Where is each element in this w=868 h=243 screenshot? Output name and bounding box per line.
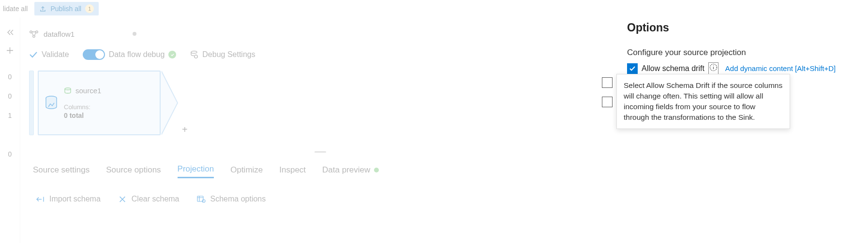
svg-point-6 xyxy=(65,88,71,90)
schema-toolbar: Import schema Clear schema Schema option… xyxy=(29,178,612,203)
sql-icon xyxy=(64,87,72,94)
add-icon[interactable] xyxy=(6,47,14,56)
debug-toggle-label: Data flow debug xyxy=(109,50,165,59)
tab-source-settings[interactable]: Source settings xyxy=(33,164,90,178)
upload-icon xyxy=(39,5,46,13)
tab-inspect[interactable]: Inspect xyxy=(279,164,306,178)
svg-point-0 xyxy=(30,31,32,33)
allow-schema-drift-label: Allow schema drift xyxy=(642,64,704,73)
debug-settings-button[interactable]: Debug Settings xyxy=(190,50,255,59)
publish-all-button[interactable]: Publish all 1 xyxy=(34,2,99,15)
tab-source-options[interactable]: Source options xyxy=(106,164,161,178)
rail-count-1: 0 xyxy=(8,67,12,86)
tab-projection[interactable]: Projection xyxy=(178,164,214,178)
schema-drift-tooltip: Select Allow Schema Drift if the source … xyxy=(616,74,790,129)
tab-optimize[interactable]: Optimize xyxy=(230,164,263,178)
validate-all-button[interactable]: lidate all xyxy=(0,3,30,14)
dirty-indicator-icon xyxy=(133,32,136,36)
columns-label: Columns: xyxy=(64,103,101,111)
toggle-on-icon xyxy=(83,49,105,60)
svg-point-4 xyxy=(195,55,197,58)
collapse-icon[interactable] xyxy=(6,29,14,37)
svg-point-2 xyxy=(33,35,35,37)
flow-tab[interactable]: dataflow1 xyxy=(29,26,612,42)
node-output-arrow xyxy=(161,71,177,135)
flow-name: dataflow1 xyxy=(44,30,75,38)
allow-schema-drift-checkbox[interactable] xyxy=(627,63,638,74)
tab-data-preview[interactable]: Data preview xyxy=(322,164,379,178)
datasource-icon xyxy=(45,95,58,111)
option-checkbox-3[interactable] xyxy=(602,97,613,107)
validate-button[interactable]: Validate xyxy=(29,50,69,59)
source-node[interactable]: source1 Columns: 0 total xyxy=(38,71,161,135)
options-panel: Options Configure your source projection… xyxy=(616,17,868,243)
publish-count-badge: 1 xyxy=(85,4,94,13)
clear-icon xyxy=(118,196,127,203)
schema-options-label: Schema options xyxy=(210,195,266,203)
svg-point-1 xyxy=(36,31,38,33)
publish-all-label: Publish all xyxy=(50,5,81,13)
node-selection-handle[interactable] xyxy=(29,71,34,135)
clear-schema-button[interactable]: Clear schema xyxy=(118,195,180,203)
panel-title: Options xyxy=(627,21,857,34)
rail-count-2: 0 xyxy=(8,86,12,106)
import-schema-button[interactable]: Import schema xyxy=(36,195,101,203)
splitter-handle[interactable] xyxy=(29,150,612,154)
debug-settings-icon xyxy=(190,50,198,59)
flow-toolbar: Validate Data flow debug Debug Settings xyxy=(29,42,612,68)
rail-count-3: 1 xyxy=(8,106,12,125)
hidden-option-checkboxes xyxy=(602,77,613,107)
debug-settings-label: Debug Settings xyxy=(202,50,255,59)
panel-subtitle: Configure your source projection xyxy=(627,48,857,57)
svg-point-3 xyxy=(191,51,197,54)
flow-canvas[interactable]: source1 Columns: 0 total + xyxy=(29,68,612,150)
add-transform-button[interactable]: + xyxy=(182,124,188,135)
dataflow-icon xyxy=(29,29,39,38)
debug-toggle[interactable]: Data flow debug xyxy=(83,49,177,60)
columns-total: 0 total xyxy=(64,112,101,119)
svg-point-5 xyxy=(46,96,57,100)
import-icon xyxy=(36,196,45,203)
svg-point-10 xyxy=(713,65,714,66)
rail-count-4: 0 xyxy=(8,144,12,164)
import-schema-label: Import schema xyxy=(49,195,101,203)
option-checkbox-2[interactable] xyxy=(602,77,613,88)
schema-options-button[interactable]: Schema options xyxy=(197,195,266,203)
status-ok-icon xyxy=(168,51,176,58)
clear-schema-label: Clear schema xyxy=(132,195,180,203)
svg-point-8 xyxy=(202,200,205,202)
add-dynamic-content-link[interactable]: Add dynamic content [Alt+Shift+D] xyxy=(725,64,836,72)
schema-options-icon xyxy=(197,196,206,203)
preview-ready-icon xyxy=(374,168,379,172)
svg-rect-7 xyxy=(197,196,203,201)
info-icon[interactable] xyxy=(708,62,718,74)
node-name: source1 xyxy=(75,86,101,95)
tab-data-preview-label: Data preview xyxy=(322,165,370,175)
left-rail: 0 0 1 0 xyxy=(0,17,20,243)
validate-label: Validate xyxy=(42,50,69,59)
bottom-tabs: Source settings Source options Projectio… xyxy=(29,154,612,178)
